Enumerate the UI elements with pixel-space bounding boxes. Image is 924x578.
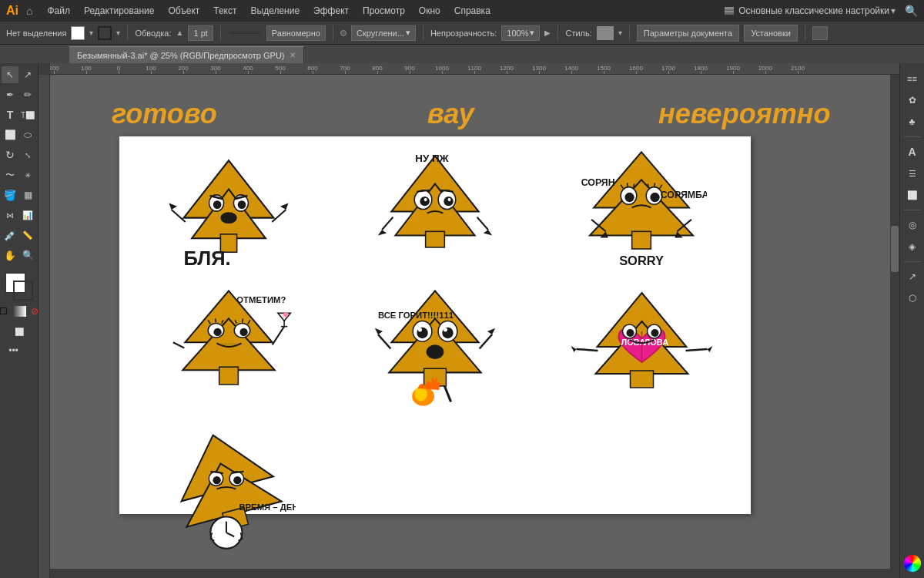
right-panel-separator	[904, 136, 921, 137]
svg-text:ОТМЕТИМ?: ОТМЕТИМ?	[236, 295, 286, 304]
svg-line-106	[576, 349, 598, 351]
svg-point-116	[651, 329, 658, 337]
ruler-corner	[38, 63, 50, 75]
zoom-tool[interactable]: 🔍	[19, 247, 36, 264]
pencil-tool[interactable]: ✏	[19, 86, 36, 103]
measure-tool[interactable]: 📏	[19, 227, 36, 244]
search-button[interactable]: 🔍	[905, 5, 918, 17]
panel-appearance-icon[interactable]: ◎	[903, 216, 922, 234]
opacity-value[interactable]: 100% ▾	[501, 25, 540, 41]
ellipse-tool[interactable]: ⬭	[19, 126, 36, 143]
rounding-arrow: ▾	[406, 28, 410, 38]
menu-help[interactable]: Справка	[449, 4, 496, 18]
panel-brush-icon[interactable]: ✿	[903, 91, 922, 109]
workspace-selector[interactable]: Основные классические настройки ▾ 🔍	[725, 5, 918, 17]
bg-text-neveroyatno: невероятно	[658, 98, 831, 130]
chart-tool[interactable]: 📊	[19, 207, 36, 223]
menu-window[interactable]: Окно	[413, 4, 446, 18]
panel-type-icon[interactable]: A	[903, 143, 922, 161]
menu-view[interactable]: Просмотр	[357, 4, 410, 18]
panel-navigator-icon[interactable]: ◈	[903, 237, 922, 256]
sticker-vremya-svg: ВРЕМЯ – ДЕНЬГИ	[161, 422, 296, 556]
hand-tool[interactable]: ✋	[2, 247, 18, 264]
menu-select[interactable]: Выделение	[246, 4, 306, 18]
svg-line-39	[628, 183, 628, 187]
panel-align-icon[interactable]: ☰	[903, 164, 922, 183]
home-icon[interactable]: ⌂	[26, 5, 32, 17]
screen-mode-btn[interactable]: ⬜	[5, 323, 33, 340]
menu-edit[interactable]: Редактирование	[79, 4, 159, 18]
type-area-tool[interactable]: T⬜	[19, 106, 36, 123]
svg-point-36	[625, 193, 634, 202]
stroke-value-input[interactable]: 1 pt	[188, 25, 213, 41]
selection-tool[interactable]: ↖	[2, 66, 18, 83]
canvas-area[interactable]: 2001000100200300400500600700800900100011…	[38, 63, 899, 578]
svg-point-115	[626, 329, 634, 337]
svg-rect-105	[630, 371, 653, 388]
menu-text[interactable]: Текст	[208, 4, 242, 18]
panel-export-icon[interactable]: ↗	[903, 267, 922, 286]
menu-object[interactable]: Объект	[162, 4, 205, 18]
eyedropper-tool[interactable]: 💉	[2, 227, 18, 244]
vertical-scrollbar[interactable]	[890, 75, 899, 578]
style-swatch[interactable]	[597, 26, 614, 40]
svg-line-85	[378, 334, 390, 349]
stroke-color-swatch[interactable]	[98, 26, 112, 40]
stroke-box[interactable]	[13, 281, 33, 301]
rectangle-tool[interactable]: ⬜	[2, 126, 18, 143]
menu-effect[interactable]: Эффект	[308, 4, 354, 18]
doc-params-button[interactable]: Параметры документа	[637, 25, 739, 42]
panel-symbol-icon[interactable]: ♣	[903, 113, 922, 131]
rotate-tool[interactable]: ↻	[2, 146, 18, 163]
sticker-otmetim: ОТМЕТИМ?	[127, 279, 330, 418]
svg-point-21	[444, 197, 453, 206]
sticker-grid: БЛЯ.	[119, 136, 751, 514]
panel-transform-icon[interactable]: ⬜	[903, 186, 922, 204]
pen-tool[interactable]: ✒	[2, 86, 18, 103]
rounding-dropdown[interactable]: Скруглени... ▾	[351, 25, 416, 41]
svg-point-23	[447, 198, 450, 201]
sticker-otmetim-svg: ОТМЕТИМ?	[163, 283, 294, 414]
opacity-expand-icon[interactable]: ▶	[544, 29, 551, 37]
gradient-tool[interactable]: ▦	[19, 187, 36, 203]
panel-color-icon[interactable]	[904, 555, 921, 572]
workspace-dropdown-icon[interactable]: ▾	[891, 5, 896, 16]
style-dropdown-icon[interactable]: ▾	[618, 29, 622, 37]
puppet-warp-tool[interactable]: ✳	[19, 166, 36, 183]
fill-color-swatch[interactable]	[71, 26, 85, 40]
warp-tool[interactable]: 〜	[2, 166, 18, 183]
panel-layers-icon[interactable]: ≡≡	[903, 69, 922, 88]
transform-icon[interactable]	[812, 26, 828, 40]
svg-marker-29	[484, 230, 492, 235]
vertical-scrollbar-thumb[interactable]	[891, 226, 899, 272]
shape-tools: ⬜ ⬭	[2, 126, 36, 143]
direct-selection-tool[interactable]: ↗	[19, 66, 36, 83]
tab-close-button[interactable]: ✕	[290, 51, 296, 59]
opacity-arrow: ▾	[530, 28, 534, 38]
fill-dropdown-icon[interactable]: ▾	[89, 29, 93, 37]
sticker-lova-svg: ЛОВА ЛОВА	[571, 281, 713, 416]
sticker-sorry: СОРЯН СОРЯМБА SORRY	[541, 144, 743, 275]
sticker-vse-gorit: ВСЕ ГОРИТ!!!!111	[333, 279, 536, 418]
type-tools: T T⬜	[2, 106, 36, 123]
paintbucket-tool[interactable]: 🪣	[2, 187, 18, 203]
blend-tool[interactable]: ⋈	[2, 207, 18, 223]
scale-tool[interactable]: ⤡	[19, 146, 36, 163]
more-tools-btn[interactable]: •••	[5, 342, 22, 359]
type-tool[interactable]: T	[2, 106, 18, 123]
stroke-dropdown-icon[interactable]: ▾	[116, 29, 120, 37]
svg-point-57	[239, 328, 247, 336]
horizontal-scrollbar[interactable]	[50, 569, 890, 578]
svg-point-68	[283, 312, 288, 317]
panel-share-icon[interactable]: ⬡	[903, 289, 922, 307]
sticker-blya: БЛЯ.	[127, 144, 330, 275]
sticker-vse-gorit-svg: ВСЕ ГОРИТ!!!!111	[370, 279, 500, 418]
color-mode-btn[interactable]: ☐	[0, 306, 11, 317]
menu-file[interactable]: Файл	[42, 4, 75, 18]
stroke-up-icon[interactable]: ▲	[176, 29, 184, 37]
svg-line-9	[171, 210, 185, 222]
document-tab[interactable]: Безымянный-3.ai* @ 25% (RGB/Предпросмотр…	[69, 46, 304, 63]
stroke-style-dropdown[interactable]: Равномерно	[266, 25, 326, 41]
settings-button[interactable]: Установки	[744, 25, 798, 42]
gradient-mode-btn[interactable]	[12, 306, 26, 317]
